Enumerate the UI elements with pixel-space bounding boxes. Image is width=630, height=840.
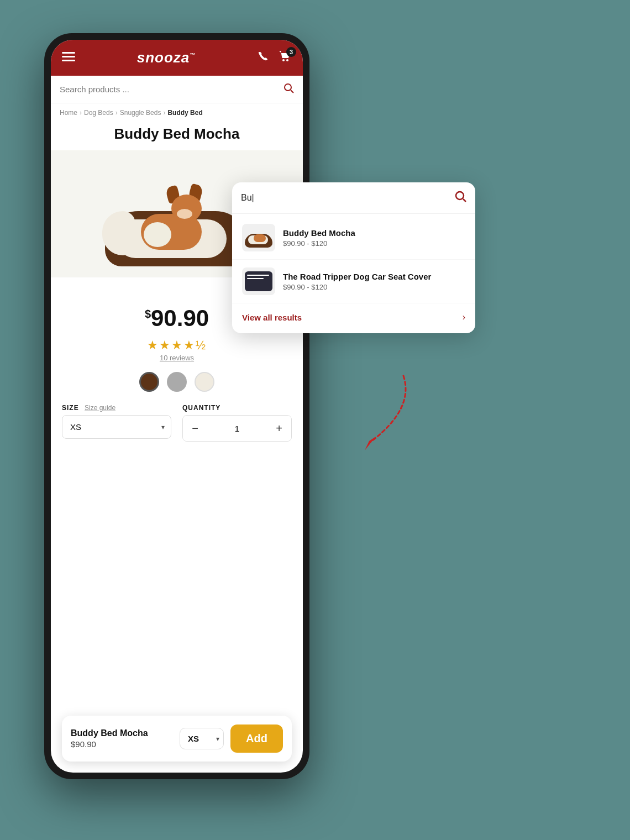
reviews-link[interactable]: 10 reviews: [60, 354, 294, 362]
svg-point-7: [456, 192, 464, 200]
overlay-search-bar: [232, 182, 475, 214]
result-price-1: $90.90 - $120: [283, 239, 465, 248]
svg-rect-0: [62, 52, 75, 54]
svg-point-5: [285, 84, 291, 91]
result-info-2: The Road Tripper Dog Car Seat Cover $90.…: [283, 272, 465, 291]
svg-rect-1: [62, 56, 75, 57]
color-swatch-mocha[interactable]: [139, 372, 159, 392]
quantity-value: 1: [207, 424, 267, 433]
breadcrumb: Home › Dog Beds › Snuggle Beds › Buddy B…: [51, 103, 303, 122]
header-icons: 3: [258, 50, 292, 66]
quantity-control: − 1 +: [182, 415, 292, 442]
search-bar: [51, 76, 303, 103]
breadcrumb-home[interactable]: Home: [60, 109, 77, 117]
size-select-wrapper: XS S M L XL ▾: [62, 415, 171, 439]
menu-icon[interactable]: [62, 51, 75, 65]
size-qty-section: SIZE Size guide XS S M L XL ▾: [51, 400, 303, 442]
quantity-decrease-button[interactable]: −: [183, 416, 207, 441]
quantity-increase-button[interactable]: +: [267, 416, 291, 441]
breadcrumb-snuggle[interactable]: Snuggle Beds: [120, 109, 161, 117]
quantity-section: QUANTITY − 1 +: [182, 404, 292, 442]
search-result-item-2[interactable]: The Road Tripper Dog Car Seat Cover $90.…: [232, 260, 475, 303]
bottom-size-select[interactable]: XS S M L XL: [180, 728, 224, 749]
search-results: Buddy Bed Mocha $90.90 - $120 The Road T…: [232, 214, 475, 333]
result-thumb-2: [242, 267, 275, 295]
phone-shell: snooza™: [44, 33, 309, 779]
quantity-label: QUANTITY: [182, 404, 292, 412]
view-all-label: View all results: [242, 313, 302, 322]
header: snooza™: [51, 40, 303, 76]
color-swatch-cream[interactable]: [195, 372, 214, 392]
size-select[interactable]: XS S M L XL: [62, 415, 171, 439]
search-overlay: Buddy Bed Mocha $90.90 - $120 The Road T…: [232, 182, 475, 333]
view-all-results[interactable]: View all results ›: [232, 303, 475, 331]
cart-badge: 3: [286, 47, 296, 57]
brand-logo[interactable]: snooza™: [137, 49, 196, 66]
bottom-size-wrapper: XS S M L XL ▾: [180, 728, 224, 749]
dotted-arrow: [304, 365, 426, 453]
result-thumb-1: [242, 224, 275, 251]
result-price-2: $90.90 - $120: [283, 283, 465, 291]
result-name-2: The Road Tripper Dog Car Seat Cover: [283, 272, 465, 281]
search-button[interactable]: [283, 82, 294, 96]
search-input[interactable]: [60, 85, 279, 94]
size-label: SIZE Size guide: [62, 404, 171, 412]
breadcrumb-current: Buddy Bed: [167, 109, 202, 117]
breadcrumb-dogs[interactable]: Dog Beds: [84, 109, 113, 117]
color-section: [51, 364, 303, 400]
result-name-1: Buddy Bed Mocha: [283, 228, 465, 238]
product-illustration: [99, 167, 254, 277]
overlay-search-input[interactable]: [241, 193, 450, 203]
svg-line-6: [291, 90, 293, 93]
add-to-cart-button[interactable]: Add: [230, 725, 283, 753]
view-all-chevron-icon: ›: [463, 312, 465, 322]
phone-screen: snooza™: [51, 40, 303, 773]
phone-icon[interactable]: [258, 51, 269, 65]
svg-rect-2: [62, 60, 75, 61]
star-rating: ★★★★½: [60, 338, 294, 353]
svg-marker-9: [365, 437, 376, 450]
product-title: Buddy Bed Mocha: [51, 122, 303, 150]
bottom-product-name: Buddy Bed Mocha: [71, 728, 173, 738]
svg-line-8: [463, 199, 466, 202]
bottom-product-info: Buddy Bed Mocha $90.90: [71, 728, 173, 749]
color-swatch-grey[interactable]: [167, 372, 187, 392]
svg-point-3: [282, 59, 285, 61]
bottom-bar: Buddy Bed Mocha $90.90 XS S M L XL ▾ Add: [62, 716, 292, 762]
cart-wrapper[interactable]: 3: [279, 50, 292, 66]
size-guide-link[interactable]: Size guide: [85, 404, 116, 412]
overlay-search-button[interactable]: [454, 190, 466, 206]
size-section: SIZE Size guide XS S M L XL ▾: [62, 404, 171, 439]
search-result-item-1[interactable]: Buddy Bed Mocha $90.90 - $120: [232, 216, 475, 260]
stars-section: ★★★★½ 10 reviews: [51, 336, 303, 364]
result-info-1: Buddy Bed Mocha $90.90 - $120: [283, 228, 465, 248]
svg-point-4: [286, 59, 288, 61]
bottom-product-price: $90.90: [71, 739, 173, 749]
